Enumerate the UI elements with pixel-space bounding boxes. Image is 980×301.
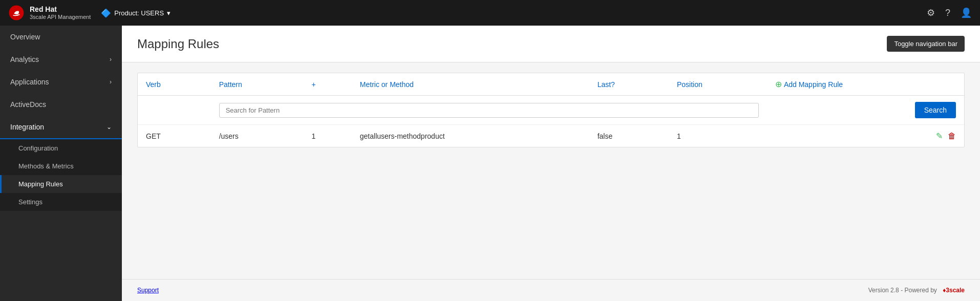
help-button[interactable]: ? (945, 8, 950, 18)
sidebar-item-label: Integration (10, 123, 44, 131)
chevron-down-icon: ▾ (167, 9, 171, 17)
navbar-right: ⚙ ? 👤 (927, 7, 972, 18)
navbar-left: Red Hat 3scale API Management 🔷 Product:… (8, 5, 171, 21)
sidebar: Overview Analytics › Applications › Acti… (0, 26, 122, 301)
chevron-right-icon: › (110, 78, 112, 85)
search-action-cell: Search (767, 96, 964, 125)
user-button[interactable]: 👤 (961, 7, 972, 18)
table-body: Search GET /users (138, 96, 964, 147)
table-header: Verb Pattern + Metric or Method (138, 73, 964, 96)
product-icon: 🔷 (101, 8, 111, 18)
redhat-logo-icon (8, 5, 25, 21)
chevron-right-icon: › (110, 56, 112, 63)
row-last: false (589, 125, 669, 147)
content-area: Verb Pattern + Metric or Method (122, 62, 980, 279)
sidebar-item-applications[interactable]: Applications › (0, 71, 122, 93)
search-row: Search (138, 96, 964, 125)
submenu-item-methods-metrics[interactable]: Methods & Metrics (0, 157, 122, 175)
sidebar-item-label: Applications (10, 78, 49, 86)
threescale-logo: ♦3scale (943, 287, 965, 294)
main-content: Mapping Rules Toggle navigation bar Verb… (122, 26, 980, 301)
submenu-item-label: Mapping Rules (18, 180, 63, 188)
toggle-nav-tooltip: Toggle navigation bar (887, 36, 965, 52)
brand-name: Red Hat (30, 5, 91, 14)
add-mapping-rule-button[interactable]: ⊕ Add Mapping Rule (775, 79, 843, 89)
col-last: Last? (589, 73, 669, 96)
search-pattern-cell (211, 96, 767, 125)
col-pattern: Pattern (211, 73, 304, 96)
row-pattern: /users (211, 125, 304, 147)
row-actions: ✎ 🗑 (767, 125, 964, 147)
sidebar-item-label: Overview (10, 33, 40, 41)
sidebar-item-analytics[interactable]: Analytics › (0, 48, 122, 71)
submenu-item-label: Settings (18, 198, 42, 206)
row-metric-method: getallusers-methodproduct (352, 125, 589, 147)
search-pattern-input[interactable] (219, 103, 759, 118)
row-plus: 1 (304, 125, 352, 147)
sidebar-item-activedocs[interactable]: ActiveDocs (0, 93, 122, 116)
support-link[interactable]: Support (137, 287, 159, 294)
brand-sub: 3scale API Management (30, 14, 91, 20)
search-verb-cell (138, 96, 211, 125)
table-row: GET /users 1 getallusers-methodproduct (138, 125, 964, 147)
submenu-item-settings[interactable]: Settings (0, 193, 122, 211)
col-position: Position (669, 73, 767, 96)
footer: Support Version 2.8 - Powered by ♦3scale (122, 279, 980, 301)
submenu-item-configuration[interactable]: Configuration (0, 139, 122, 157)
submenu-item-label: Configuration (18, 144, 58, 152)
footer-brand: Version 2.8 - Powered by ♦3scale (868, 287, 965, 294)
action-icons: ✎ 🗑 (775, 131, 956, 141)
col-metric-method: Metric or Method (352, 73, 589, 96)
search-button[interactable]: Search (915, 102, 956, 118)
integration-submenu: Configuration Methods & Metrics Mapping … (0, 139, 122, 211)
mapping-table: Verb Pattern + Metric or Method (138, 73, 964, 147)
sidebar-item-label: Analytics (10, 55, 39, 63)
delete-icon[interactable]: 🗑 (948, 132, 956, 141)
layout: Overview Analytics › Applications › Acti… (0, 26, 980, 301)
table-card: Verb Pattern + Metric or Method (137, 73, 965, 147)
submenu-item-mapping-rules[interactable]: Mapping Rules (0, 175, 122, 193)
sidebar-item-label: ActiveDocs (10, 100, 46, 109)
col-verb: Verb (138, 73, 211, 96)
brand-text: Red Hat 3scale API Management (30, 5, 91, 20)
product-selector-label: Product: USERS (114, 9, 164, 17)
page-title: Mapping Rules (137, 37, 219, 51)
edit-icon[interactable]: ✎ (936, 131, 943, 141)
row-position: 1 (669, 125, 767, 147)
brand: Red Hat 3scale API Management (8, 5, 91, 21)
settings-button[interactable]: ⚙ (927, 7, 935, 18)
sidebar-item-overview[interactable]: Overview (0, 26, 122, 48)
row-verb: GET (138, 125, 211, 147)
chevron-down-icon: ⌄ (106, 123, 112, 131)
col-add-rule: ⊕ Add Mapping Rule (767, 73, 964, 96)
col-plus: + (304, 73, 352, 96)
page-header: Mapping Rules Toggle navigation bar (122, 26, 980, 62)
product-selector-button[interactable]: 🔷 Product: USERS ▾ (101, 8, 171, 18)
plus-circle-icon: ⊕ (775, 79, 782, 89)
submenu-item-label: Methods & Metrics (18, 162, 74, 170)
top-navbar: Red Hat 3scale API Management 🔷 Product:… (0, 0, 980, 26)
sidebar-item-integration[interactable]: Integration ⌄ (0, 116, 122, 139)
